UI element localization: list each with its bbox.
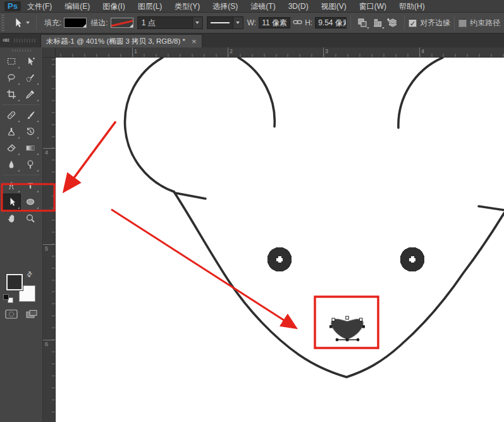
current-tool-icon[interactable]	[9, 16, 25, 30]
menu-3d[interactable]: 3D(D)	[282, 0, 315, 13]
path-arrangement-button[interactable]	[385, 15, 400, 30]
path-operations-button[interactable]	[355, 15, 370, 30]
h-ruler-number: 1	[134, 48, 137, 54]
tool-quick-selection[interactable]	[21, 70, 40, 86]
close-tab-icon[interactable]: ×	[192, 38, 197, 45]
menu-layer[interactable]: 图层(L)	[132, 0, 169, 13]
crop-icon	[6, 89, 16, 99]
stroke-style-dropdown[interactable]	[233, 17, 243, 28]
stroke-swatch[interactable]	[111, 18, 133, 28]
tool-hand[interactable]	[2, 210, 21, 227]
ruler-corner[interactable]	[43, 47, 56, 58]
tool-pen[interactable]	[2, 177, 21, 194]
healing-brush-icon	[6, 110, 16, 120]
quick-mask-button[interactable]	[4, 308, 19, 320]
separator	[404, 15, 405, 30]
menu-type[interactable]: 类型(Y)	[168, 0, 206, 13]
link-dimensions-icon[interactable]	[293, 18, 302, 28]
menu-file[interactable]: 文件(F)	[21, 0, 58, 13]
divider	[3, 175, 40, 175]
default-colors-icon[interactable]	[3, 294, 13, 303]
right-junction-line	[479, 206, 504, 210]
collapse-panels-icon[interactable]: ««	[3, 35, 8, 44]
tool-clone-stamp[interactable]	[2, 123, 21, 140]
tool-panel-grip[interactable]	[12, 49, 31, 52]
options-grip-handle[interactable]	[1, 15, 4, 31]
constrain-path-checkbox[interactable]	[458, 19, 467, 27]
stroke-width-dropdown[interactable]	[192, 17, 202, 28]
separator	[36, 15, 37, 30]
tool-ellipse[interactable]	[21, 194, 40, 210]
tool-blur[interactable]	[2, 156, 21, 173]
h-ruler-number: 4	[421, 48, 424, 54]
tool-preset-caret[interactable]	[26, 22, 30, 24]
left-eye	[267, 247, 292, 272]
horizontal-ruler[interactable]: 1 2 3 4	[56, 47, 504, 58]
document-tab[interactable]: 未标题-1 @ 401% (椭圆 3 拷贝 3, RGB/8) * ×	[40, 34, 202, 47]
divider	[3, 104, 40, 105]
tool-eyedropper[interactable]	[21, 86, 40, 102]
vertical-ruler[interactable]: 4 5 6	[43, 58, 56, 422]
eraser-icon	[6, 143, 16, 153]
tool-type[interactable]: T	[21, 177, 40, 194]
brush-icon	[25, 110, 35, 120]
menu-image[interactable]: 图像(I)	[96, 0, 131, 13]
path-selection-icon	[6, 197, 16, 207]
tool-brush[interactable]	[21, 107, 40, 123]
document-tab-bar: «« 未标题-1 @ 401% (椭圆 3 拷贝 3, RGB/8) * ×	[0, 34, 504, 47]
marquee-icon	[6, 56, 16, 66]
fill-swatch[interactable]	[64, 18, 87, 28]
tool-dodge[interactable]	[21, 156, 40, 173]
document-title: 未标题-1 @ 401% (椭圆 3 拷贝 3, RGB/8) *	[46, 37, 185, 46]
tool-lasso[interactable]	[2, 70, 21, 86]
menu-filter[interactable]: 滤镜(T)	[244, 0, 281, 13]
v-ruler-number: 6	[45, 341, 48, 347]
separator	[454, 15, 455, 30]
stroke-style-combo[interactable]	[207, 16, 243, 29]
screen-mode-button[interactable]	[24, 308, 39, 320]
v-ruler-number: 5	[45, 245, 48, 252]
eyedropper-icon	[25, 89, 35, 99]
right-ear-arc	[398, 58, 443, 128]
tool-history-brush[interactable]	[21, 123, 40, 140]
tool-path-selection[interactable]	[2, 194, 21, 210]
clone-stamp-icon	[6, 127, 16, 137]
options-bar: 填充: 描边: 1 点 W: 11 像素 H: 9.54 像素	[0, 13, 504, 34]
tool-eraser[interactable]	[2, 140, 21, 156]
left-ear-arc	[125, 58, 174, 192]
canvas[interactable]	[56, 58, 504, 422]
tool-move[interactable]	[21, 53, 40, 70]
h-ruler-number: 3	[325, 48, 328, 54]
tool-panel: T ⇄	[0, 47, 43, 422]
lasso-icon	[6, 73, 16, 83]
align-edges-checkbox[interactable]: ✓	[409, 19, 417, 27]
fill-swatch-caret	[83, 24, 86, 27]
shape-width-field[interactable]: 11 像素	[259, 17, 290, 28]
swap-colors-icon[interactable]: ⇄	[25, 270, 35, 280]
shape-height-field[interactable]: 9.54 像素	[315, 17, 347, 28]
tool-zoom[interactable]	[21, 210, 40, 227]
zoom-magnifier-icon	[25, 213, 35, 223]
tool-rect-marquee[interactable]	[2, 53, 21, 70]
width-label: W:	[247, 18, 256, 27]
left-ear-arc-right	[238, 58, 274, 127]
stroke-style-preview	[211, 22, 230, 23]
menu-window[interactable]: 窗口(W)	[353, 0, 393, 13]
menu-select[interactable]: 选择(S)	[206, 0, 244, 13]
foreground-color-swatch[interactable]	[6, 274, 23, 290]
height-label: H:	[305, 18, 312, 27]
stroke-label: 描边:	[90, 18, 108, 28]
history-brush-icon	[25, 127, 35, 137]
hand-icon	[6, 213, 16, 223]
menu-edit[interactable]: 编辑(E)	[58, 0, 96, 13]
menu-view[interactable]: 视图(V)	[315, 0, 353, 13]
photoshop-logo[interactable]: Ps	[4, 1, 21, 11]
tool-spot-healing[interactable]	[2, 107, 21, 123]
gradient-icon	[25, 143, 35, 153]
stroke-width-combo[interactable]: 1 点	[137, 16, 203, 29]
tool-crop[interactable]	[2, 86, 21, 102]
path-alignment-button[interactable]	[370, 15, 385, 30]
menu-help[interactable]: 帮助(H)	[393, 0, 431, 13]
tool-gradient[interactable]	[21, 140, 40, 156]
nose-shape-selected	[329, 316, 365, 341]
